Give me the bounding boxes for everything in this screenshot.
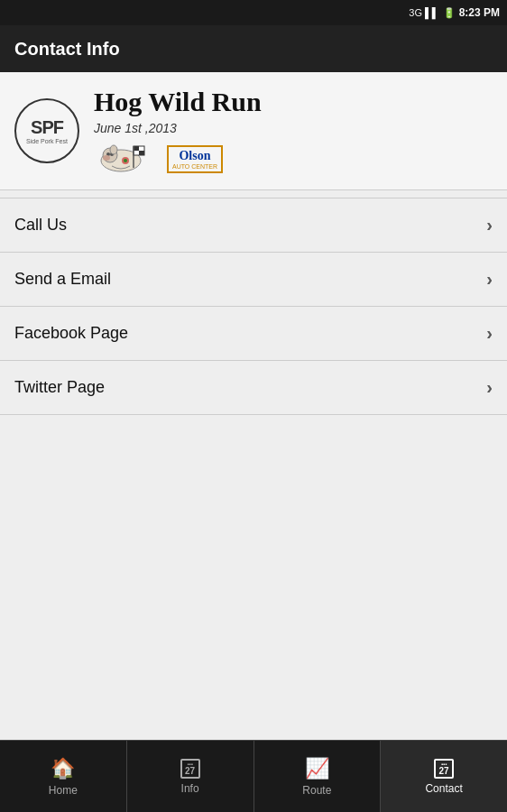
chevron-icon-0: ›: [486, 215, 493, 235]
sponsor-logos: Olson AUTO CENTER: [94, 143, 262, 175]
olson-logo: Olson AUTO CENTER: [159, 143, 231, 175]
svg-rect-7: [139, 151, 144, 155]
email-item[interactable]: Send a Email ›: [0, 253, 507, 307]
olson-text: Olson: [172, 149, 217, 163]
time-display: 8:23 PM: [459, 6, 500, 19]
email-label: Send a Email: [14, 270, 111, 289]
nav-info[interactable]: ▪▪▪ 27 Info: [127, 741, 254, 812]
title-bar: Contact Info: [0, 25, 507, 72]
home-icon: 🏠: [51, 757, 75, 780]
event-name: Hog Wild Run: [94, 87, 262, 117]
svg-point-4: [103, 155, 110, 161]
svg-rect-6: [134, 146, 139, 151]
chevron-icon-2: ›: [486, 323, 493, 344]
nav-contact[interactable]: ▪▪▪ 27 Contact: [381, 741, 507, 812]
page-title: Contact Info: [14, 39, 120, 60]
facebook-label: Facebook Page: [14, 324, 128, 343]
nav-route-label: Route: [302, 784, 331, 797]
twitter-item[interactable]: Twitter Page ›: [0, 361, 507, 415]
info-calendar-icon: ▪▪▪ 27: [180, 759, 200, 779]
facebook-item[interactable]: Facebook Page ›: [0, 307, 507, 361]
call-us-item[interactable]: Call Us ›: [0, 198, 507, 253]
event-header: SPF Side Pork Fest Hog Wild Run June 1st…: [0, 72, 507, 190]
event-info: Hog Wild Run June 1st ,2013: [94, 87, 262, 175]
nav-home[interactable]: 🏠 Home: [0, 741, 127, 812]
chevron-icon-1: ›: [486, 269, 493, 290]
svg-point-9: [110, 145, 117, 154]
route-icon: 📈: [305, 757, 329, 780]
olson-sub: AUTO CENTER: [172, 163, 217, 170]
nav-info-label: Info: [181, 782, 199, 795]
status-bar: 3G ▌▌ 🔋 8:23 PM: [0, 0, 507, 25]
nav-home-label: Home: [49, 784, 78, 797]
nav-contact-label: Contact: [425, 782, 462, 795]
pig-logo: [94, 143, 148, 175]
event-date: June 1st ,2013: [94, 121, 262, 135]
twitter-label: Twitter Page: [14, 378, 105, 397]
battery-icon: 🔋: [443, 7, 456, 19]
spf-logo: SPF Side Pork Fest: [14, 98, 79, 163]
chevron-icon-3: ›: [486, 377, 493, 398]
main-content: SPF Side Pork Fest Hog Wild Run June 1st…: [0, 72, 507, 740]
svg-point-11: [124, 159, 127, 162]
contact-list: Call Us › Send a Email › Facebook Page ›…: [0, 198, 507, 415]
spf-logo-subtext: Side Pork Fest: [26, 138, 68, 145]
call-us-label: Call Us: [14, 216, 67, 235]
nav-route[interactable]: 📈 Route: [254, 741, 382, 812]
signal-icon: 3G ▌▌: [409, 7, 438, 18]
bottom-navigation: 🏠 Home ▪▪▪ 27 Info 📈 Route ▪▪▪ 27 Contac…: [0, 740, 507, 812]
spf-logo-text: SPF: [31, 117, 63, 138]
contact-calendar-icon: ▪▪▪ 27: [434, 759, 454, 779]
